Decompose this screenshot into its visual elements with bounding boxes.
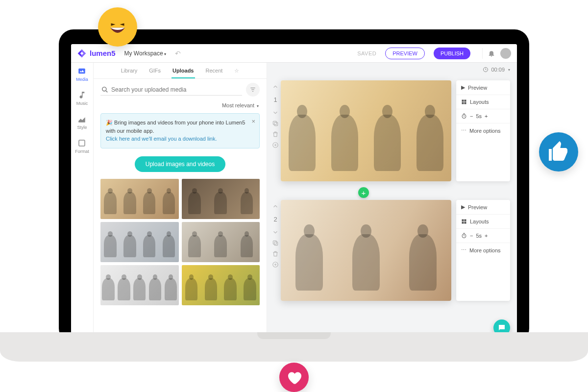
publish-button[interactable]: PUBLISH <box>434 48 470 59</box>
grid-icon <box>461 219 467 224</box>
search-input-wrapper[interactable] <box>100 84 242 96</box>
play-icon: ▶ <box>461 204 465 210</box>
media-thumb[interactable] <box>100 265 179 305</box>
svg-rect-8 <box>462 100 464 102</box>
svg-rect-13 <box>274 242 278 245</box>
svg-point-3 <box>102 87 106 91</box>
slide-actions: ▶Preview Layouts −5s+ ⋯More options <box>456 200 510 301</box>
svg-rect-5 <box>274 122 278 126</box>
rail-media[interactable]: Media <box>76 67 88 82</box>
action-preview[interactable]: ▶Preview <box>456 200 510 215</box>
brand-logo[interactable]: lumen5 <box>77 49 116 58</box>
media-thumb[interactable] <box>100 179 179 219</box>
slide-block: 1 ▶Preview Layouts <box>270 80 510 181</box>
trash-icon[interactable] <box>272 250 279 257</box>
notice-text: Bring images and videos from your phone … <box>106 120 245 134</box>
filter-icon[interactable] <box>246 83 260 97</box>
copy-icon[interactable] <box>272 120 279 127</box>
canvas-area: 00:09▾ 1 ▶Preview <box>267 63 517 343</box>
chevron-down-icon[interactable] <box>272 229 279 236</box>
mobile-app-notice: 🎉 Bring images and videos from your phon… <box>100 113 260 148</box>
heart-badge <box>279 363 309 392</box>
undo-icon[interactable]: ↶ <box>175 49 181 57</box>
party-icon: 🎉 <box>106 120 113 125</box>
timeline-duration[interactable]: 00:09▾ <box>483 67 510 73</box>
laughing-emoji-badge <box>98 7 137 47</box>
svg-rect-10 <box>462 102 464 104</box>
slide-gutter: 1 <box>270 80 281 181</box>
action-duration[interactable]: −5s+ <box>456 229 510 243</box>
search-input[interactable] <box>111 86 241 93</box>
svg-rect-19 <box>465 222 466 224</box>
save-status: SAVED <box>357 50 376 56</box>
slide-thumbnail[interactable] <box>281 80 451 181</box>
sort-dropdown[interactable]: Most relevant ▾ <box>222 102 259 108</box>
chevron-down-icon[interactable] <box>272 109 279 116</box>
media-thumb[interactable] <box>100 222 179 262</box>
add-circle-icon[interactable] <box>272 142 279 148</box>
dots-icon: ⋯ <box>461 127 466 134</box>
tab-recent[interactable]: Recent <box>205 68 224 78</box>
upload-button[interactable]: Upload images and videos <box>135 156 225 172</box>
tab-gifs[interactable]: GIFs <box>148 68 162 78</box>
tab-favorites[interactable]: ☆ <box>233 68 240 78</box>
svg-rect-6 <box>273 121 276 124</box>
svg-rect-2 <box>79 140 85 146</box>
svg-rect-17 <box>465 220 466 221</box>
left-rail: Media Music Style Format <box>71 63 94 343</box>
clock-icon <box>483 67 489 73</box>
workspace-dropdown[interactable]: My Workspace▾ <box>124 50 166 57</box>
app-header: lumen5 My Workspace▾ ↶ SAVED PREVIEW PUB… <box>71 44 517 63</box>
slide-block: 2 ▶Preview Layouts <box>270 200 510 301</box>
preview-button[interactable]: PREVIEW <box>385 48 425 59</box>
media-thumb[interactable] <box>182 265 260 305</box>
brand-name: lumen5 <box>90 49 116 57</box>
svg-rect-11 <box>465 102 466 104</box>
media-thumb[interactable] <box>182 179 260 219</box>
svg-rect-1 <box>79 69 86 74</box>
rail-label: Style <box>77 125 87 130</box>
notifications-icon[interactable] <box>488 49 495 57</box>
rail-label: Format <box>75 149 89 154</box>
play-icon: ▶ <box>461 84 465 91</box>
tab-library[interactable]: Library <box>120 68 139 78</box>
svg-rect-9 <box>465 100 466 102</box>
slide-actions: ▶Preview Layouts −5s+ ⋯More options <box>456 80 510 181</box>
slide-number: 1 <box>273 96 277 103</box>
chevron-up-icon[interactable] <box>272 83 279 90</box>
chevron-up-icon[interactable] <box>272 203 279 210</box>
media-tabs: Library GIFs Uploads Recent ☆ <box>94 63 267 79</box>
tab-uploads[interactable]: Uploads <box>172 68 195 78</box>
copy-icon[interactable] <box>272 240 279 246</box>
search-icon <box>101 86 108 93</box>
rail-label: Media <box>76 77 88 82</box>
media-thumb[interactable] <box>182 222 260 262</box>
timer-icon <box>461 233 467 239</box>
action-duration[interactable]: −5s+ <box>456 109 510 123</box>
laptop-base <box>0 332 588 362</box>
laptop-frame: lumen5 My Workspace▾ ↶ SAVED PREVIEW PUB… <box>59 29 529 343</box>
rail-style[interactable]: Style <box>77 115 87 130</box>
action-layouts[interactable]: Layouts <box>456 215 510 229</box>
user-avatar[interactable] <box>500 48 511 59</box>
svg-rect-16 <box>462 220 464 221</box>
action-more[interactable]: ⋯More options <box>456 123 510 138</box>
close-icon[interactable]: × <box>251 117 255 126</box>
action-more[interactable]: ⋯More options <box>456 243 510 257</box>
rail-music[interactable]: Music <box>76 91 88 106</box>
rail-format[interactable]: Format <box>75 139 89 154</box>
dots-icon: ⋯ <box>461 247 466 253</box>
svg-rect-18 <box>462 222 464 224</box>
add-slide-button[interactable]: + <box>358 187 369 198</box>
media-thumbnails <box>94 179 267 305</box>
slide-thumbnail[interactable] <box>281 200 451 301</box>
slide-number: 2 <box>273 216 277 223</box>
svg-point-0 <box>107 16 129 38</box>
add-circle-icon[interactable] <box>272 261 279 268</box>
notice-link[interactable]: Click here and we'll email you a downloa… <box>106 136 217 142</box>
media-panel: Library GIFs Uploads Recent ☆ M <box>94 63 267 343</box>
timer-icon <box>461 113 467 119</box>
action-layouts[interactable]: Layouts <box>456 95 510 109</box>
trash-icon[interactable] <box>272 131 279 138</box>
action-preview[interactable]: ▶Preview <box>456 80 510 95</box>
